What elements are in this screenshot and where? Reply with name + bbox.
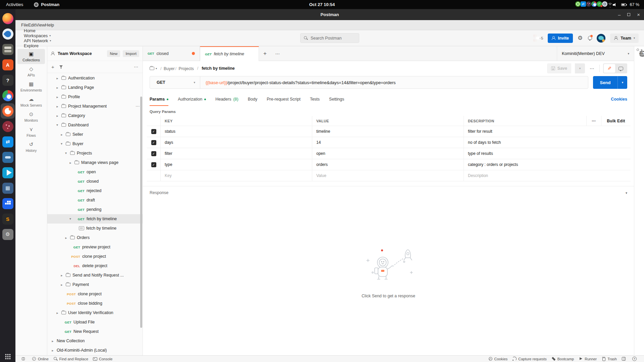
param-value[interactable]: orders (312, 159, 464, 170)
param-value[interactable]: open (312, 148, 464, 159)
chevron-icon[interactable]: ▸ (55, 95, 59, 99)
dock-item[interactable] (1, 88, 15, 103)
tree-row[interactable]: ▸ Send and Notify Request ... (47, 270, 143, 280)
request-config-tab[interactable]: Params (150, 93, 168, 106)
system-tray[interactable]: 67 % (575, 1, 644, 8)
dock-item[interactable] (1, 26, 15, 42)
dock-item[interactable] (1, 119, 15, 134)
collapse-response-icon[interactable]: ▾ (626, 191, 627, 195)
statusbar-item[interactable]: Find and Replace (51, 357, 91, 361)
add-collection-icon[interactable]: + (51, 64, 54, 70)
save-button[interactable]: Save (547, 63, 571, 73)
restore-icon[interactable] (627, 13, 630, 16)
tree-row[interactable]: ▸ GET fetch by timeline (47, 214, 143, 224)
tree-row[interactable]: ▸ New Collection (47, 336, 143, 346)
request-location-button[interactable]: ▾ (150, 67, 157, 70)
dock-item[interactable]: ⇄ (1, 134, 15, 149)
new-param-key-input[interactable]: Key (160, 170, 312, 181)
notifications-bell-icon[interactable] (587, 36, 592, 41)
request-config-tab[interactable]: Authorization (178, 93, 206, 106)
dock-item[interactable]: ⚙ (1, 227, 15, 242)
param-description[interactable]: filter for result (464, 126, 631, 137)
statusbar-item[interactable]: Cookies (486, 357, 510, 361)
request-config-tab[interactable]: Body (248, 93, 258, 106)
show-applications-icon[interactable] (5, 354, 11, 359)
open-request-tab[interactable]: GET closed (143, 46, 200, 61)
dock-item[interactable]: ▦ (1, 180, 15, 196)
dock-item[interactable]: S (1, 211, 15, 227)
tree-row[interactable]: ▸ GET New Request (47, 327, 143, 336)
workspace-title[interactable]: Team Workspace (58, 51, 104, 56)
dock-item[interactable] (1, 196, 15, 211)
rail-item[interactable]: ☁ Mock Servers (17, 94, 45, 109)
tree-row[interactable]: ▸ GET preview project (47, 242, 143, 252)
tree-row[interactable]: ▸ User Identity Verification (47, 308, 143, 317)
close-icon[interactable]: × (637, 12, 640, 17)
dock-item[interactable] (1, 11, 15, 26)
param-key[interactable]: status (160, 126, 312, 137)
minimize-icon[interactable]: – (618, 12, 621, 17)
tree-row[interactable]: ▸ DEL delete project (47, 261, 143, 270)
tree-row[interactable]: ▸ POST close bidding (47, 299, 143, 308)
chevron-icon[interactable]: ▸ (64, 151, 68, 155)
tree-row[interactable]: ▸ GET rejected (47, 186, 143, 195)
invite-button[interactable]: Invite (548, 34, 573, 43)
chevron-icon[interactable]: ▸ (60, 133, 64, 136)
edit-mode-button[interactable]: ✎ (604, 64, 615, 73)
statusbar-item[interactable]: Runner (576, 357, 599, 361)
new-tab-icon[interactable]: + (259, 46, 271, 61)
url-bar[interactable]: GET ▾ {{base-url}}/project/buyer/project… (150, 76, 588, 89)
tree-row[interactable]: ▸ GET closed (47, 177, 143, 186)
chevron-icon[interactable]: ▸ (55, 311, 59, 315)
param-key[interactable]: filter (160, 148, 312, 159)
param-value[interactable]: 14 (312, 137, 464, 148)
tree-row[interactable]: ▸ Orders (47, 233, 143, 242)
breadcrumb-link[interactable]: Projects (179, 66, 194, 71)
dock-item[interactable] (1, 165, 15, 180)
request-config-tab[interactable]: Settings (329, 93, 344, 106)
open-request-tab[interactable]: GET fetch by timeline (200, 46, 259, 61)
statusbar-item[interactable]: Bootcamp (549, 357, 577, 361)
tree-row[interactable]: ▸ Dashboard (47, 120, 143, 130)
request-config-tab[interactable]: Tests (310, 93, 320, 106)
tree-row[interactable]: ▸ POST clone project (47, 289, 143, 299)
menu-item[interactable]: File (21, 22, 28, 27)
statusbar-item[interactable]: Capture requests (510, 357, 549, 361)
param-value[interactable]: timeline (312, 126, 464, 137)
window-titlebar[interactable]: Postman – × (15, 9, 644, 20)
rail-item[interactable]: ◇ APIs (17, 64, 45, 79)
tree-row[interactable]: ▸ Project Management ⋯ (47, 102, 143, 111)
chevron-icon[interactable]: ▸ (60, 283, 64, 287)
tree-row[interactable]: ▸ fetch by timeline (47, 224, 143, 233)
request-config-tab[interactable]: Pre-request Script (267, 93, 301, 106)
send-options-icon[interactable]: ▾ (618, 76, 627, 89)
chevron-icon[interactable]: ▸ (55, 76, 59, 80)
tree-row[interactable]: ▸ Manage views page (47, 158, 143, 167)
method-select[interactable]: GET ▾ (150, 76, 200, 88)
param-key[interactable]: days (160, 137, 312, 148)
statusbar-item[interactable] (619, 357, 630, 361)
param-checkbox[interactable]: ✓ (151, 151, 156, 156)
statusbar-item[interactable] (19, 357, 30, 361)
tree-row[interactable]: ▸ GET open (47, 167, 143, 177)
param-description[interactable]: type of results (464, 148, 631, 159)
chevron-icon[interactable]: ▸ (69, 217, 72, 221)
tree-row[interactable]: ▸ GET draft (47, 195, 143, 205)
dock-item[interactable]: ? (1, 72, 15, 88)
new-button[interactable]: New (107, 50, 120, 57)
tree-row[interactable]: ▸ Profile (47, 92, 143, 102)
request-name[interactable]: fetch by timeline (202, 66, 235, 71)
request-more-actions-icon[interactable]: ⋯ (588, 66, 596, 71)
filter-icon[interactable] (59, 65, 63, 69)
chevron-icon[interactable]: ▸ (51, 349, 55, 352)
sidebar-scrollbar[interactable] (140, 97, 142, 328)
statusbar-item[interactable]: Online (30, 357, 51, 361)
nav-link[interactable]: API Network▾ (24, 38, 51, 43)
dock-item[interactable]: A (1, 57, 15, 72)
statusbar-item[interactable]: Console (91, 357, 115, 361)
rail-item[interactable]: ⋎ Flows (17, 124, 45, 139)
new-param-value-input[interactable]: Value (312, 170, 464, 181)
chevron-icon[interactable]: ▸ (68, 161, 72, 165)
rail-item[interactable]: ▦ Environments (17, 79, 45, 94)
param-checkbox[interactable]: ✓ (151, 129, 156, 134)
